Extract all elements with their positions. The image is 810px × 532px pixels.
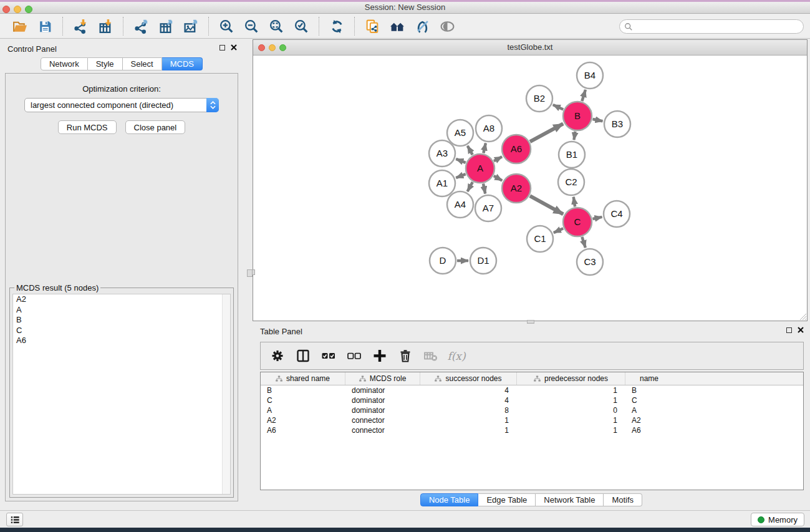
node-A3[interactable]: A3	[429, 140, 455, 167]
node-C2[interactable]: C2	[558, 169, 584, 195]
run-mcds-button[interactable]: Run MCDS	[58, 120, 117, 134]
node-C4[interactable]: C4	[604, 201, 630, 227]
edge-C-C2[interactable]	[574, 197, 575, 207]
tab-edge-table[interactable]: Edge Table	[478, 493, 536, 506]
new-column-button[interactable]	[372, 349, 387, 364]
minimize-window-button[interactable]	[14, 6, 21, 13]
tab-node-table[interactable]: Node Table	[420, 493, 479, 506]
export-network-button[interactable]	[131, 17, 151, 36]
result-item[interactable]: A	[13, 305, 230, 316]
node-A1[interactable]: A1	[429, 170, 455, 196]
table-row[interactable]: A2connector11A2	[261, 415, 803, 425]
search-input[interactable]	[633, 21, 803, 32]
show-columns-button[interactable]	[296, 349, 311, 364]
table-row[interactable]: A6connector11A6	[261, 425, 803, 435]
criterion-dropdown[interactable]: largest connected component (directed)	[24, 98, 219, 112]
close-panel-button[interactable]: Close panel	[125, 120, 186, 134]
column-header-name[interactable]: name	[625, 372, 673, 385]
edge-A6-B[interactable]	[530, 123, 563, 142]
edge-A-A6[interactable]	[494, 157, 502, 161]
zoom-in-button[interactable]	[216, 17, 236, 36]
node-A8[interactable]: A8	[476, 115, 502, 142]
table-row[interactable]: Adominator80A	[261, 405, 803, 415]
zoom-selected-button[interactable]	[291, 17, 311, 36]
select-all-rows-button[interactable]	[321, 349, 336, 364]
table-mode-gear-button[interactable]	[270, 349, 285, 364]
node-A[interactable]: A	[466, 154, 494, 183]
node-B3[interactable]: B3	[604, 111, 630, 137]
tab-network-table[interactable]: Network Table	[536, 493, 604, 506]
result-scrollbar[interactable]	[222, 294, 230, 494]
delete-columns-button[interactable]	[398, 349, 413, 364]
zoom-out-button[interactable]	[241, 17, 261, 36]
edge-A-A5[interactable]	[468, 146, 473, 155]
node-C[interactable]: C	[563, 208, 592, 236]
edge-B-B1[interactable]	[574, 132, 575, 140]
deselect-all-rows-button[interactable]	[347, 349, 362, 364]
node-C1[interactable]: C1	[527, 226, 553, 252]
column-header-MCDS-role[interactable]: MCDS role	[345, 372, 420, 385]
close-window-button[interactable]	[2, 6, 10, 13]
edge-C-C4[interactable]	[592, 217, 602, 219]
edge-A-A1[interactable]	[456, 174, 465, 178]
network-window-titlebar[interactable]: testGlobe.txt	[253, 40, 807, 56]
duplicate-network-button[interactable]	[362, 17, 382, 36]
table-row[interactable]: Bdominator41B	[261, 385, 803, 395]
tab-mcds[interactable]: MCDS	[162, 57, 203, 70]
node-A4[interactable]: A4	[447, 191, 473, 218]
resize-grip-icon[interactable]	[798, 312, 806, 320]
zoom-fit-button[interactable]	[266, 17, 286, 36]
node-A5[interactable]: A5	[447, 120, 473, 146]
table-row[interactable]: Cdominator41C	[261, 395, 803, 405]
home-button[interactable]	[387, 17, 407, 36]
open-session-button[interactable]	[10, 17, 30, 36]
edge-B-B2[interactable]	[553, 105, 563, 110]
zoom-window-button[interactable]	[25, 6, 32, 13]
node-B4[interactable]: B4	[577, 62, 603, 89]
network-frame-handle[interactable]	[252, 269, 255, 275]
export-image-button[interactable]	[181, 17, 201, 36]
edge-C-C1[interactable]	[554, 228, 563, 233]
result-item[interactable]: A6	[13, 336, 230, 346]
node-D1[interactable]: D1	[470, 248, 496, 274]
result-item[interactable]: C	[13, 326, 230, 336]
hide-graphics-details-button[interactable]	[412, 17, 432, 36]
edge-C-C3[interactable]	[582, 237, 585, 248]
export-table-button[interactable]	[156, 17, 176, 36]
node-A7[interactable]: A7	[475, 195, 501, 221]
tab-select[interactable]: Select	[123, 57, 162, 70]
column-header-predecessor-nodes[interactable]: predecessor nodes	[517, 372, 625, 385]
memory-button[interactable]: Memory	[751, 513, 804, 526]
edge-B-B4[interactable]	[582, 90, 586, 101]
import-network-button[interactable]	[70, 17, 90, 36]
edge-A-A8[interactable]	[483, 143, 486, 153]
import-table-button[interactable]	[95, 17, 115, 36]
float-table-panel-icon[interactable]	[786, 327, 792, 333]
edge-A-A3[interactable]	[456, 159, 465, 163]
tab-network[interactable]: Network	[41, 57, 88, 70]
node-B[interactable]: B	[563, 102, 592, 130]
edge-A-A2[interactable]	[494, 176, 502, 180]
search-box[interactable]	[619, 19, 804, 34]
network-minimize-button[interactable]	[269, 44, 276, 51]
close-table-panel-icon[interactable]	[798, 327, 804, 333]
edge-B-B3[interactable]	[592, 119, 602, 121]
network-zoom-button[interactable]	[279, 44, 286, 51]
float-panel-icon[interactable]	[219, 45, 225, 51]
edge-A2-C[interactable]	[530, 196, 563, 214]
network-close-button[interactable]	[258, 44, 265, 51]
node-C3[interactable]: C3	[577, 249, 603, 275]
save-session-button[interactable]	[35, 17, 55, 36]
column-header-shared-name[interactable]: shared name	[261, 372, 345, 385]
node-B2[interactable]: B2	[526, 85, 552, 112]
tab-style[interactable]: Style	[88, 57, 123, 70]
edge-A-A4[interactable]	[468, 182, 473, 191]
result-item[interactable]: B	[13, 315, 230, 326]
result-item[interactable]: A2	[13, 294, 230, 305]
node-B1[interactable]: B1	[559, 142, 585, 168]
show-hide-panels-button[interactable]	[437, 17, 457, 36]
refresh-network-button[interactable]	[327, 17, 347, 36]
node-D[interactable]: D	[430, 248, 456, 274]
node-A2[interactable]: A2	[502, 174, 531, 203]
tab-motifs[interactable]: Motifs	[604, 493, 642, 506]
